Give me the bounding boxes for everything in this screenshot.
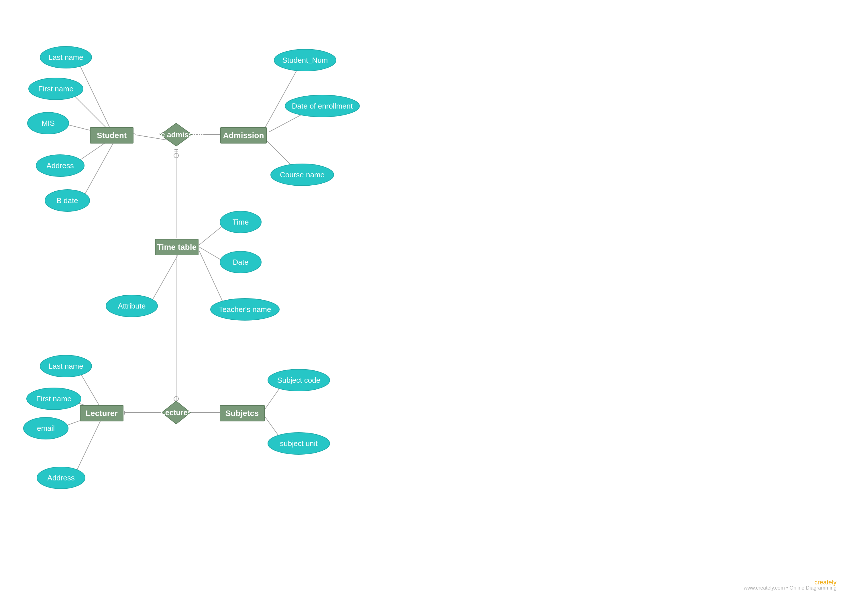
attr-time-label: Time xyxy=(233,218,249,226)
er-diagram: Student Admission Time table Lecturer Su… xyxy=(0,0,868,593)
rel-take-admission-label: Take admission xyxy=(148,130,204,139)
attr-first-name-lecturer-label: First name xyxy=(36,394,72,403)
svg-line-11 xyxy=(264,63,301,130)
entity-admission-label: Admission xyxy=(223,131,264,140)
attr-mis-label: MIS xyxy=(41,119,55,127)
attr-course-name-label: Course name xyxy=(280,170,325,179)
attr-subject-code-label: Subject code xyxy=(277,376,320,385)
attr-date-label: Date xyxy=(233,258,249,266)
attr-date-enrollment-label: Date of enrollment xyxy=(292,102,353,110)
attr-last-name-student-label: Last name xyxy=(49,53,83,62)
attr-subject-unit-label: subject unit xyxy=(280,439,318,448)
attr-teacher-name-label: Teacher's name xyxy=(219,305,271,314)
attr-first-name-student-label: First name xyxy=(38,84,74,93)
entity-timetable-label: Time table xyxy=(157,243,196,252)
attr-student-num-label: Student_Num xyxy=(282,56,328,65)
attr-last-name-lecturer-label: Last name xyxy=(49,362,83,370)
entity-student-label: Student xyxy=(97,131,127,140)
attr-address-student-label: Address xyxy=(46,161,74,170)
svg-line-17 xyxy=(149,255,178,306)
attr-attribute-label: Attribute xyxy=(118,302,146,310)
rel-lectures-label: Lectures xyxy=(161,408,192,417)
entity-lecturer-label: Lecturer xyxy=(86,409,118,418)
attr-address-lecturer-label: Address xyxy=(47,474,74,482)
attr-email-label: email xyxy=(37,424,55,432)
svg-line-10 xyxy=(82,143,113,200)
svg-line-6 xyxy=(77,60,112,132)
watermark-sub: www.creately.com • Online Diagramming xyxy=(743,585,837,591)
attr-b-date-label: B date xyxy=(56,196,78,205)
entity-subjetcs-label: Subjetcs xyxy=(226,409,259,418)
svg-line-21 xyxy=(74,418,102,477)
